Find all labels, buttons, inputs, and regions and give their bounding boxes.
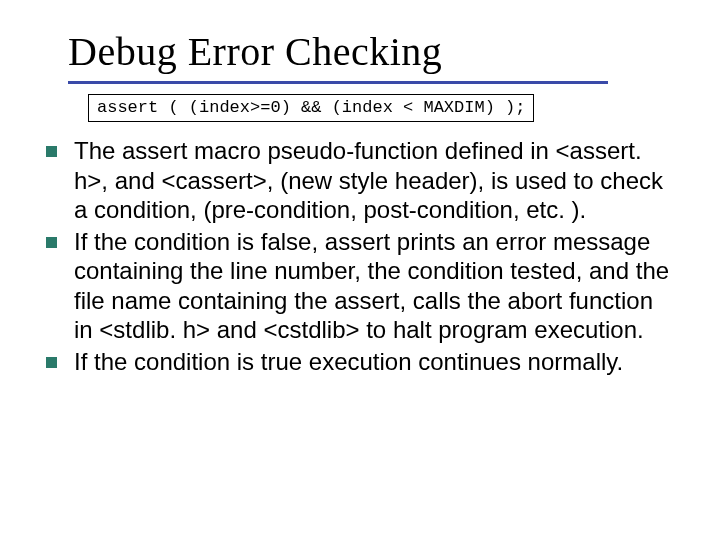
slide: Debug Error Checking assert ( (index>=0)… bbox=[0, 0, 720, 540]
square-bullet-icon bbox=[46, 237, 57, 248]
square-bullet-icon bbox=[46, 357, 57, 368]
code-snippet: assert ( (index>=0) && (index < MAXDIM) … bbox=[88, 94, 534, 122]
list-item: The assert macro pseudo-function defined… bbox=[40, 136, 674, 225]
bullet-text: If the condition is true execution conti… bbox=[74, 348, 623, 375]
list-item: If the condition is false, assert prints… bbox=[40, 227, 674, 345]
slide-title: Debug Error Checking bbox=[68, 28, 674, 75]
bullet-text: The assert macro pseudo-function defined… bbox=[74, 137, 663, 223]
square-bullet-icon bbox=[46, 146, 57, 157]
title-underline bbox=[68, 81, 608, 84]
bullet-list: The assert macro pseudo-function defined… bbox=[40, 136, 674, 376]
list-item: If the condition is true execution conti… bbox=[40, 347, 674, 377]
bullet-text: If the condition is false, assert prints… bbox=[74, 228, 669, 344]
